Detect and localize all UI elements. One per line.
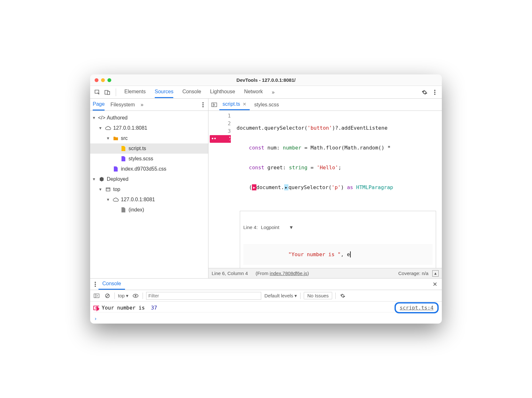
svg-line-20 bbox=[106, 295, 109, 297]
tree-host2[interactable]: ▼ 127.0.0.1:8081 bbox=[90, 195, 208, 205]
nav-kebab-icon[interactable] bbox=[200, 102, 206, 107]
device-toolbar-icon[interactable] bbox=[103, 88, 112, 97]
tree-label: 127.0.0.1:8081 bbox=[121, 197, 155, 203]
logpoint-badge-icon bbox=[93, 306, 99, 310]
devtools-window: DevTools - 127.0.0.1:8081/ Elements Sour… bbox=[90, 74, 442, 324]
clear-console-icon[interactable] bbox=[104, 292, 111, 300]
logpoint-editor: Line 4: Logpoint ▼ "Your number is ", e bbox=[240, 211, 436, 268]
svg-rect-0 bbox=[95, 90, 99, 93]
tree-authored[interactable]: ▼ </> Authored bbox=[90, 113, 208, 123]
execution-context-select[interactable]: top ▾ bbox=[118, 293, 129, 299]
drawer-tabs: Console ✕ bbox=[90, 279, 442, 290]
line-gutter[interactable]: 1 2 3 ••4 bbox=[208, 111, 234, 268]
tab-sources[interactable]: Sources bbox=[155, 86, 174, 98]
tree-styles-scss[interactable]: styles.scss bbox=[90, 154, 208, 164]
panel-tabs: Elements Sources Console Lighthouse Netw… bbox=[120, 86, 267, 98]
svg-point-22 bbox=[135, 295, 137, 296]
source-map-link[interactable]: index.7808df6e.js bbox=[270, 271, 308, 276]
tree-label: Authored bbox=[107, 115, 128, 121]
tree-index[interactable]: (index) bbox=[90, 205, 208, 215]
svg-point-15 bbox=[95, 284, 96, 285]
workspace: Page Filesystem » ▼ </> Authored ▼ 127.0… bbox=[90, 99, 442, 278]
tree-label: script.ts bbox=[129, 146, 146, 151]
drawer-kebab-icon[interactable] bbox=[92, 282, 98, 287]
navigator-panel: Page Filesystem » ▼ </> Authored ▼ 127.0… bbox=[90, 99, 208, 278]
tree-top[interactable]: ▼ top bbox=[90, 184, 208, 195]
cloud-icon bbox=[105, 126, 111, 130]
tab-elements[interactable]: Elements bbox=[124, 86, 146, 98]
main-toolbar: Elements Sources Console Lighthouse Netw… bbox=[90, 86, 442, 99]
chevron-down-icon: ▼ bbox=[289, 225, 294, 230]
toggle-bottom-icon[interactable]: ▲ bbox=[432, 270, 439, 277]
nav-tab-page[interactable]: Page bbox=[93, 99, 105, 111]
file-tab-styles[interactable]: styles.scss bbox=[251, 100, 282, 110]
svg-rect-2 bbox=[107, 91, 110, 95]
line-number[interactable]: 3 bbox=[210, 127, 231, 135]
file-tree: ▼ </> Authored ▼ 127.0.0.1:8081 ▼ src bbox=[90, 111, 208, 278]
console-log-line[interactable]: Your number is 37 script.ts:4 bbox=[93, 303, 439, 312]
tab-network[interactable]: Network bbox=[244, 86, 263, 98]
tree-host[interactable]: ▼ 127.0.0.1:8081 bbox=[90, 123, 208, 133]
js-file-icon bbox=[120, 146, 127, 151]
console-filter-input[interactable] bbox=[146, 292, 261, 300]
coverage-label: Coverage: n/a bbox=[398, 271, 428, 276]
drawer-close-icon[interactable]: ✕ bbox=[430, 281, 440, 288]
code-area[interactable]: document.querySelector('button')?.addEve… bbox=[234, 111, 442, 268]
nav-more[interactable]: » bbox=[141, 102, 144, 108]
svg-point-8 bbox=[202, 106, 204, 107]
logpoint-type-select[interactable]: Logpoint ▼ bbox=[261, 225, 293, 230]
line-number[interactable]: 2 bbox=[210, 120, 231, 127]
console-source-link[interactable]: script.ts:4 bbox=[395, 302, 439, 313]
nav-toggle-icon[interactable] bbox=[210, 101, 218, 109]
caret-down-icon: ▼ bbox=[92, 116, 97, 120]
live-expression-icon[interactable] bbox=[132, 292, 139, 300]
console-sidebar-toggle-icon[interactable] bbox=[93, 292, 100, 300]
code-line[interactable]: document.querySelector('button')?.addEve… bbox=[237, 124, 439, 132]
code-line[interactable]: const num: number = Math.floor(Math.rand… bbox=[237, 144, 439, 152]
cloud-icon bbox=[113, 197, 119, 202]
inspect-icon[interactable] bbox=[93, 88, 102, 97]
caret-down-icon: ▼ bbox=[92, 177, 97, 181]
file-tab-label: script.ts bbox=[223, 101, 240, 107]
tree-src[interactable]: ▼ src bbox=[90, 133, 208, 143]
svg-point-3 bbox=[434, 90, 435, 91]
logpoint-gutter-marker[interactable]: ••4 bbox=[210, 135, 231, 143]
titlebar: DevTools - 127.0.0.1:8081/ bbox=[90, 74, 442, 86]
more-tabs[interactable]: » bbox=[269, 89, 278, 95]
source-map-from: (From index.7808df6e.js) bbox=[255, 271, 309, 276]
nav-tab-filesystem[interactable]: Filesystem bbox=[110, 99, 135, 110]
navigator-tabs: Page Filesystem » bbox=[90, 99, 208, 111]
tab-console[interactable]: Console bbox=[182, 86, 201, 98]
file-tab-label: styles.scss bbox=[254, 102, 279, 108]
tab-lighthouse[interactable]: Lighthouse bbox=[210, 86, 235, 98]
file-icon bbox=[120, 207, 127, 212]
console-toolbar: top ▾ Default levels ▾ No Issues bbox=[90, 290, 442, 302]
tree-index-css[interactable]: index.d9703d55.css bbox=[90, 164, 208, 174]
console-filter bbox=[146, 292, 261, 300]
main-menu-kebab-icon[interactable] bbox=[430, 88, 439, 97]
tree-deployed[interactable]: ▼ Deployed bbox=[90, 174, 208, 184]
console-settings-gear-icon[interactable] bbox=[339, 292, 347, 300]
issues-button[interactable]: No Issues bbox=[304, 292, 332, 299]
settings-gear-icon[interactable] bbox=[420, 88, 429, 97]
css-file-icon bbox=[113, 166, 119, 172]
caret-down-icon: ▼ bbox=[106, 197, 111, 202]
log-levels-select[interactable]: Default levels ▾ bbox=[264, 293, 297, 299]
tree-label: 127.0.0.1:8081 bbox=[113, 125, 147, 131]
logpoint-expression-input[interactable]: "Your number is ", e bbox=[243, 244, 433, 265]
console-prompt[interactable]: › bbox=[93, 312, 439, 322]
tree-script-ts[interactable]: script.ts bbox=[90, 143, 208, 154]
line-number[interactable]: 1 bbox=[210, 112, 231, 120]
frame-icon bbox=[105, 188, 111, 191]
code-editor[interactable]: 1 2 3 ••4 document.querySelector('button… bbox=[208, 111, 442, 268]
tree-label: index.d9703d55.css bbox=[121, 166, 166, 172]
code-line[interactable]: (▸document.▸querySelector('p') as HTMLPa… bbox=[237, 184, 439, 191]
close-icon[interactable]: ✕ bbox=[243, 102, 246, 107]
tree-label: Deployed bbox=[107, 176, 129, 182]
folder-icon bbox=[113, 136, 119, 141]
file-tab-script[interactable]: script.ts ✕ bbox=[219, 99, 250, 110]
code-line[interactable]: const greet: string = 'Hello'; bbox=[237, 164, 439, 172]
drawer-tab-console[interactable]: Console bbox=[98, 279, 125, 290]
svg-rect-17 bbox=[94, 294, 99, 298]
file-tabs: script.ts ✕ styles.scss bbox=[208, 99, 442, 111]
